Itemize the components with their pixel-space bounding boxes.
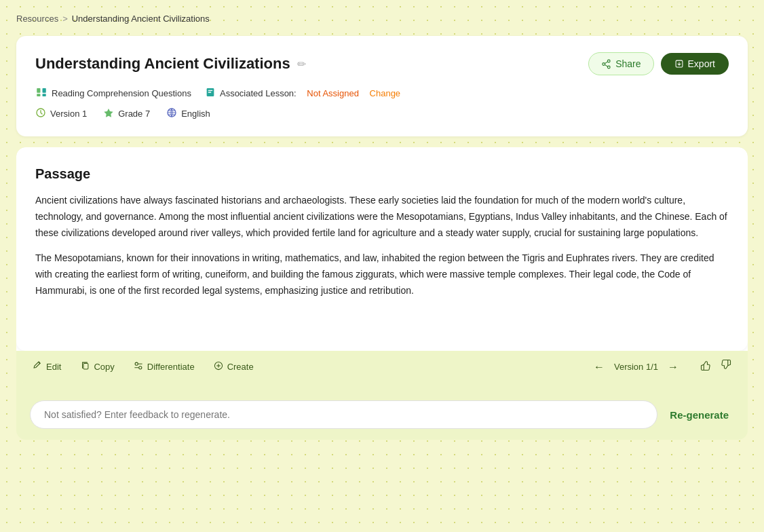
- version-item: Version 1: [35, 107, 87, 120]
- svg-point-0: [608, 60, 611, 62]
- svg-rect-12: [208, 92, 212, 92]
- change-link[interactable]: Change: [370, 88, 401, 98]
- svg-rect-7: [43, 88, 46, 93]
- svg-rect-6: [37, 88, 40, 93]
- copy-icon: [80, 361, 90, 373]
- copy-button[interactable]: Copy: [80, 361, 114, 373]
- bottom-toolbar: Edit Copy Differentiate: [16, 351, 748, 383]
- passage-paragraph-1: Ancient civilizations have always fascin…: [35, 193, 729, 241]
- svg-rect-16: [83, 364, 88, 369]
- title-row: Understanding Ancient Civilizations ✏: [35, 55, 306, 73]
- regenerate-button[interactable]: Re-generate: [664, 409, 734, 421]
- feedback-input[interactable]: [30, 400, 657, 429]
- version-nav: ← Version 1/1 →: [591, 360, 681, 375]
- export-icon: [674, 59, 684, 69]
- version-nav-label: Version 1/1: [614, 362, 658, 372]
- meta-row-1: Reading Comprehension Questions Associat…: [35, 86, 729, 100]
- page-title: Understanding Ancient Civilizations: [35, 55, 290, 73]
- breadcrumb-resources-link[interactable]: Resources: [16, 14, 58, 24]
- lesson-item: Associated Lesson: Not Assigned Change: [205, 87, 400, 100]
- svg-point-18: [138, 366, 141, 369]
- breadcrumb-current: Understanding Ancient Civilizations: [72, 14, 210, 24]
- version-next-button[interactable]: →: [665, 360, 681, 375]
- differentiate-icon: [134, 361, 143, 373]
- feedback-row: Re-generate: [16, 392, 748, 440]
- copy-label: Copy: [94, 362, 114, 372]
- passage-wrapper: Passage Ancient civilizations have alway…: [16, 147, 748, 351]
- resource-type-label: Reading Comprehension Questions: [52, 88, 191, 98]
- passage-card: Passage Ancient civilizations have alway…: [16, 147, 748, 351]
- lesson-label: Associated Lesson:: [220, 88, 297, 98]
- svg-marker-14: [104, 109, 113, 117]
- version-label: Version 1: [50, 109, 87, 119]
- svg-point-2: [603, 62, 605, 65]
- differentiate-label: Differentiate: [147, 362, 195, 372]
- edit-icon: [33, 361, 42, 373]
- lesson-value: Not Assigned: [307, 88, 359, 98]
- svg-point-1: [608, 66, 611, 69]
- version-prev-button[interactable]: ←: [591, 360, 607, 375]
- version-icon: [35, 107, 46, 120]
- edit-label: Edit: [46, 362, 61, 372]
- share-icon: [601, 59, 611, 69]
- create-button[interactable]: Create: [214, 361, 254, 373]
- edit-button[interactable]: Edit: [33, 361, 61, 373]
- thumb-buttons: [700, 359, 731, 375]
- edit-title-icon[interactable]: ✏: [297, 58, 306, 71]
- header-card: Understanding Ancient Civilizations ✏ Sh…: [16, 36, 748, 136]
- share-button[interactable]: Share: [588, 52, 653, 75]
- thumbup-button[interactable]: [700, 359, 712, 375]
- differentiate-button[interactable]: Differentiate: [134, 361, 195, 373]
- svg-line-3: [605, 61, 608, 63]
- thumbdown-button[interactable]: [719, 359, 731, 375]
- breadcrumb: Resources > Understanding Ancient Civili…: [16, 14, 748, 24]
- export-button[interactable]: Export: [661, 53, 729, 75]
- passage-paragraph-2: The Mesopotamians, known for their innov…: [35, 250, 729, 299]
- resource-type-icon: [35, 86, 47, 100]
- grade-item: Grade 7: [103, 107, 150, 120]
- header-actions: Share Export: [588, 52, 729, 75]
- svg-rect-9: [43, 94, 46, 96]
- svg-rect-8: [37, 94, 40, 96]
- grade-label: Grade 7: [118, 109, 150, 119]
- breadcrumb-separator: >: [62, 14, 68, 24]
- create-label: Create: [227, 362, 254, 372]
- svg-rect-11: [208, 90, 213, 91]
- lesson-icon: [205, 87, 216, 100]
- meta-row-2: Version 1 Grade 7 English: [35, 107, 729, 120]
- language-item: English: [166, 107, 210, 120]
- svg-point-17: [135, 362, 138, 365]
- svg-line-4: [605, 64, 608, 66]
- bottom-section: Passage Ancient civilizations have alway…: [16, 147, 748, 440]
- card-header: Understanding Ancient Civilizations ✏ Sh…: [35, 52, 729, 75]
- passage-title: Passage: [35, 166, 729, 182]
- grade-icon: [103, 107, 114, 120]
- resource-type-item: Reading Comprehension Questions: [35, 86, 191, 100]
- language-icon: [166, 107, 177, 120]
- create-icon: [214, 361, 223, 373]
- language-label: English: [181, 109, 210, 119]
